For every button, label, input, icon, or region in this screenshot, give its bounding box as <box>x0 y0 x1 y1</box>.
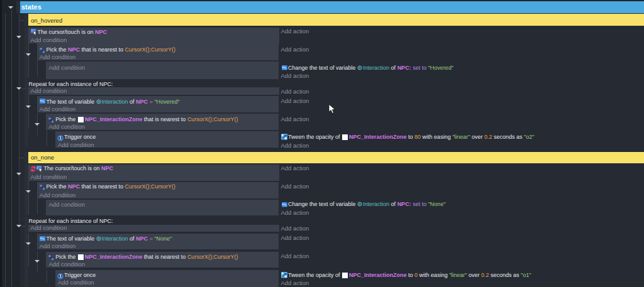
svg-text:1: 1 <box>59 274 62 279</box>
svg-text:1: 1 <box>59 136 62 140</box>
